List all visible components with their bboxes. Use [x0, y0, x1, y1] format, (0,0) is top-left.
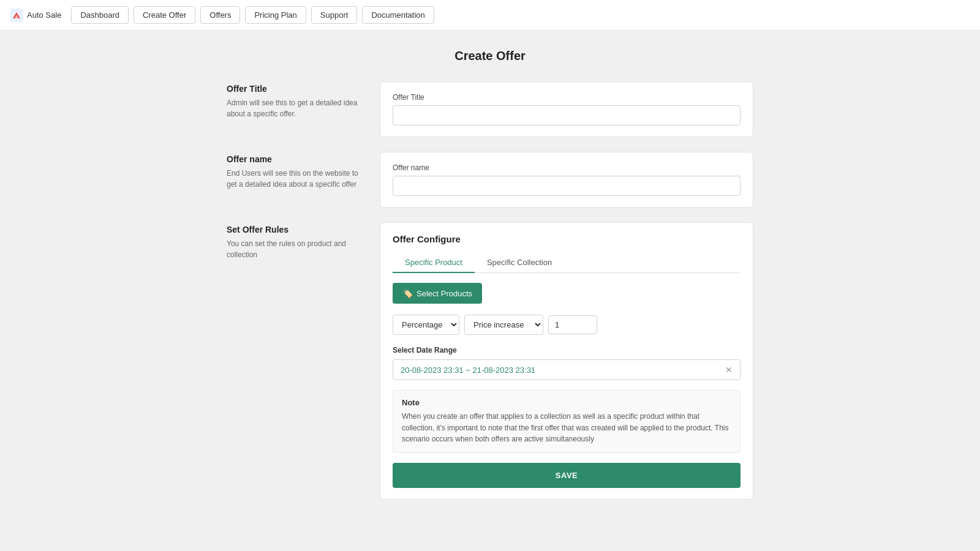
date-range-label: Select Date Range	[393, 346, 741, 354]
offer-title-section: Offer Title Admin will see this to get a…	[227, 81, 753, 137]
offer-title-desc: Offer Title Admin will see this to get a…	[227, 81, 361, 137]
nav-buttons: Dashboard Create Offer Offers Pricing Pl…	[71, 6, 434, 24]
date-clear-icon[interactable]: ✕	[725, 365, 733, 375]
offer-name-card: Offer name	[380, 152, 753, 208]
app-name: Auto Sale	[27, 10, 61, 20]
tab-specific-collection[interactable]: Specific Collection	[475, 253, 564, 273]
offer-title-card: Offer Title	[380, 81, 753, 137]
nav-create-offer[interactable]: Create Offer	[134, 6, 195, 24]
note-title: Note	[402, 398, 731, 407]
offer-title-description: Admin will see this to get a detailed id…	[227, 97, 361, 119]
offer-title-input[interactable]	[393, 105, 741, 126]
select-products-button[interactable]: 🏷️ Select Products	[393, 283, 482, 304]
offer-name-desc: Offer name End Users will see this on th…	[227, 152, 361, 208]
offer-rules-description: You can set the rules on product and col…	[227, 238, 361, 260]
nav-pricing-plan[interactable]: Pricing Plan	[245, 6, 306, 24]
offer-name-heading: Offer name	[227, 154, 361, 164]
note-section: Note When you create an offer that appli…	[393, 390, 741, 453]
date-range-value: 20-08-2023 23:31 ~ 21-08-2023 23:31	[401, 365, 535, 375]
offer-name-input[interactable]	[393, 176, 741, 196]
app-logo-icon	[10, 9, 23, 22]
nav-support[interactable]: Support	[311, 6, 358, 24]
offer-name-description: End Users will see this on the website t…	[227, 168, 361, 190]
date-range-display[interactable]: 20-08-2023 23:31 ~ 21-08-2023 23:31 ✕	[393, 359, 741, 380]
save-button[interactable]: SAVE	[393, 463, 741, 488]
price-change-select[interactable]: Price increase Price decrease	[464, 315, 543, 335]
configure-card: Offer Configure Specific Product Specifi…	[380, 222, 753, 500]
nav-dashboard[interactable]: Dashboard	[71, 6, 129, 24]
nav-documentation[interactable]: Documentation	[362, 6, 434, 24]
offer-rules-desc: Set Offer Rules You can set the rules on…	[227, 222, 361, 500]
offer-rules-heading: Set Offer Rules	[227, 225, 361, 234]
page-title: Create Offer	[227, 49, 753, 63]
nav-offers[interactable]: Offers	[200, 6, 240, 24]
top-bar: Auto Sale Dashboard Create Offer Offers …	[0, 0, 980, 31]
app-logo: Auto Sale	[10, 9, 61, 22]
tab-specific-product[interactable]: Specific Product	[393, 253, 475, 273]
main-content: Create Offer Offer Title Admin will see …	[214, 31, 766, 551]
offer-name-section: Offer name End Users will see this on th…	[227, 152, 753, 208]
price-type-select[interactable]: Percentage Fixed	[393, 315, 459, 335]
set-offer-rules-section: Set Offer Rules You can set the rules on…	[227, 222, 753, 500]
configure-title: Offer Configure	[393, 234, 741, 244]
configure-tabs: Specific Product Specific Collection	[393, 253, 741, 273]
offer-title-heading: Offer Title	[227, 84, 361, 94]
select-products-label: Select Products	[417, 289, 472, 298]
price-value-input[interactable]	[548, 315, 597, 334]
offer-title-label: Offer Title	[393, 93, 741, 102]
date-range-section: Select Date Range 20-08-2023 23:31 ~ 21-…	[393, 346, 741, 380]
note-text: When you create an offer that applies to…	[402, 411, 731, 445]
tag-icon: 🏷️	[402, 288, 413, 298]
offer-name-label: Offer name	[393, 163, 741, 172]
price-controls: Percentage Fixed Price increase Price de…	[393, 315, 741, 335]
